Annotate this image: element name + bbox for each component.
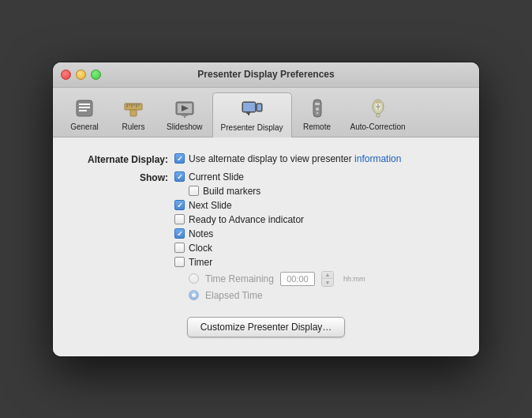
preferences-window: Presenter Display Preferences General: [53, 62, 479, 356]
alternate-display-inline: Use alternate display to view presenter …: [174, 153, 401, 164]
current-slide-row: Current Slide: [174, 171, 365, 183]
next-slide-label: Next Slide: [189, 200, 232, 211]
build-markers-checkbox[interactable]: [189, 186, 199, 196]
alternate-display-checkbox[interactable]: [174, 153, 185, 164]
next-slide-row: Next Slide: [174, 200, 365, 211]
show-label: Show:: [72, 171, 174, 183]
presenter-display-icon: [239, 96, 264, 122]
elapsed-time-row: Elapsed Time: [189, 290, 365, 301]
content-area: Alternate Display: Use alternate display…: [53, 137, 479, 356]
tab-auto-correction[interactable]: Auto-Correction: [343, 92, 414, 137]
elapsed-time-radio[interactable]: [189, 290, 199, 300]
current-slide-checkbox[interactable]: [174, 171, 185, 182]
svg-rect-20: [257, 104, 261, 111]
tab-remote-label: Remote: [303, 122, 331, 131]
build-markers-label: Build markers: [203, 186, 260, 197]
time-hint: hh:mm: [343, 275, 365, 283]
svg-rect-15: [182, 115, 188, 116]
svg-rect-16: [184, 116, 185, 118]
clock-checkbox[interactable]: [174, 243, 185, 253]
time-input[interactable]: 00:00: [280, 272, 315, 286]
window-title: Presenter Display Preferences: [197, 69, 334, 80]
alternate-display-content: Use alternate display to view presenter …: [174, 153, 401, 164]
svg-rect-32: [377, 114, 380, 117]
time-remaining-row: Time Remaining 00:00 ▲ ▼ hh:mm: [189, 271, 365, 287]
stepper-down[interactable]: ▼: [322, 279, 333, 286]
time-remaining-radio[interactable]: [189, 273, 199, 284]
show-row: Show: Current Slide Build markers Next S…: [72, 171, 460, 301]
button-row: Customize Presenter Display…: [72, 317, 460, 337]
maximize-button[interactable]: [91, 70, 101, 80]
time-remaining-label: Time Remaining: [205, 273, 274, 284]
clock-label: Clock: [189, 243, 212, 254]
stepper-up[interactable]: ▲: [322, 272, 333, 280]
elapsed-time-label: Elapsed Time: [205, 290, 263, 301]
svg-point-26: [316, 111, 318, 114]
tab-general[interactable]: General: [61, 92, 108, 137]
tab-presenter-display-label: Presenter Display: [221, 123, 283, 132]
ready-advance-label: Ready to Advance indicator: [189, 214, 304, 225]
clock-row: Clock: [174, 243, 365, 254]
notes-label: Notes: [189, 228, 213, 239]
alternate-display-label: Alternate Display:: [72, 153, 174, 165]
current-slide-label: Current Slide: [189, 171, 244, 183]
slideshow-icon: [172, 96, 197, 121]
notes-checkbox[interactable]: [174, 228, 185, 239]
svg-rect-22: [248, 114, 249, 115]
svg-rect-11: [130, 110, 137, 116]
timer-checkbox[interactable]: [174, 257, 185, 267]
tab-general-label: General: [70, 122, 99, 131]
ready-advance-checkbox[interactable]: [174, 214, 185, 224]
close-button[interactable]: [61, 70, 71, 80]
svg-point-25: [316, 107, 319, 111]
tab-presenter-display[interactable]: Presenter Display: [212, 92, 292, 137]
titlebar: Presenter Display Preferences: [53, 62, 479, 88]
svg-rect-2: [79, 107, 90, 108]
minimize-button[interactable]: [76, 70, 86, 80]
alternate-display-text: Use alternate display to view presenter …: [189, 153, 401, 164]
rulers-icon: [121, 96, 146, 121]
show-content: Current Slide Build markers Next Slide R…: [174, 171, 365, 301]
auto-correction-icon: [365, 96, 391, 121]
alternate-display-link[interactable]: information: [354, 153, 401, 164]
svg-rect-24: [315, 103, 320, 105]
remote-icon: [305, 96, 330, 121]
build-markers-row: Build markers: [189, 186, 365, 197]
time-stepper[interactable]: ▲ ▼: [321, 271, 334, 287]
svg-rect-21: [246, 112, 250, 114]
traffic-lights: [61, 70, 101, 80]
svg-rect-18: [243, 103, 255, 111]
notes-row: Notes: [174, 228, 365, 239]
toolbar: General Rulers: [53, 88, 479, 137]
general-icon: [72, 96, 97, 121]
timer-label: Timer: [189, 257, 212, 268]
tab-rulers-label: Rulers: [122, 122, 145, 131]
tab-slideshow[interactable]: Slideshow: [159, 92, 211, 137]
tab-remote[interactable]: Remote: [294, 92, 341, 137]
tab-rulers[interactable]: Rulers: [110, 92, 157, 137]
customize-button[interactable]: Customize Presenter Display…: [187, 317, 346, 337]
tab-slideshow-label: Slideshow: [167, 122, 203, 131]
svg-rect-1: [79, 104, 90, 105]
next-slide-checkbox[interactable]: [174, 200, 185, 210]
ready-advance-row: Ready to Advance indicator: [174, 214, 365, 225]
tab-auto-correction-label: Auto-Correction: [350, 122, 406, 131]
svg-rect-3: [79, 110, 87, 111]
timer-row: Timer: [174, 257, 365, 268]
alternate-display-row: Alternate Display: Use alternate display…: [72, 153, 460, 165]
